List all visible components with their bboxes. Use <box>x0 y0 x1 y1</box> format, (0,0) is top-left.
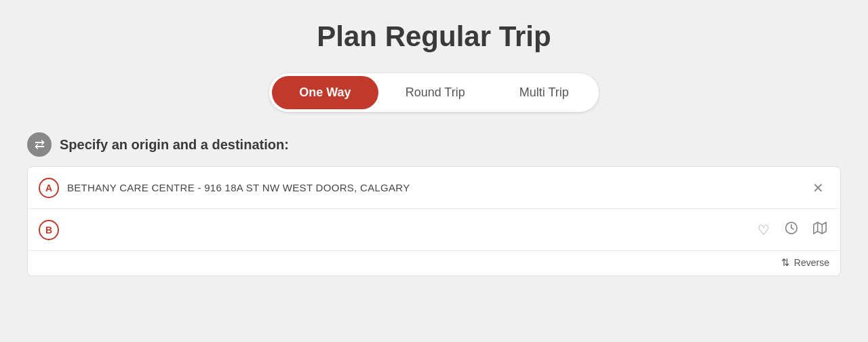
reverse-label: Reverse <box>794 257 829 268</box>
page-container: Plan Regular Trip One Way Round Trip Mul… <box>0 0 868 342</box>
history-button[interactable] <box>782 218 801 241</box>
reverse-row: ⇅ Reverse <box>28 251 840 276</box>
origin-marker: A <box>39 178 59 198</box>
destination-row: B ♡ <box>28 209 840 251</box>
section-label: Specify an origin and a destination: <box>60 137 289 153</box>
clear-origin-button[interactable]: ✕ <box>807 177 829 199</box>
round-trip-button[interactable]: Round Trip <box>378 76 492 109</box>
heart-icon: ♡ <box>757 222 770 238</box>
swap-icon: ⇄ <box>27 132 52 157</box>
section-header: ⇄ Specify an origin and a destination: <box>27 132 841 157</box>
origin-text: BETHANY CARE CENTRE - 916 18A ST NW WEST… <box>67 182 807 193</box>
destination-marker: B <box>39 220 59 240</box>
page-title: Plan Regular Trip <box>317 20 551 53</box>
history-icon <box>785 221 798 238</box>
map-button[interactable] <box>810 218 829 241</box>
action-icons: ♡ <box>755 218 829 241</box>
one-way-button[interactable]: One Way <box>272 76 378 109</box>
map-icon <box>813 221 827 238</box>
multi-trip-button[interactable]: Multi Trip <box>492 76 596 109</box>
origin-row: A BETHANY CARE CENTRE - 916 18A ST NW WE… <box>28 167 840 209</box>
svg-marker-1 <box>814 223 826 234</box>
favorites-button[interactable]: ♡ <box>755 219 772 241</box>
reverse-button[interactable]: ⇅ Reverse <box>781 256 829 269</box>
location-card: A BETHANY CARE CENTRE - 916 18A ST NW WE… <box>27 166 841 276</box>
reverse-icon: ⇅ <box>781 256 790 269</box>
trip-type-selector: One Way Round Trip Multi Trip <box>269 73 598 112</box>
